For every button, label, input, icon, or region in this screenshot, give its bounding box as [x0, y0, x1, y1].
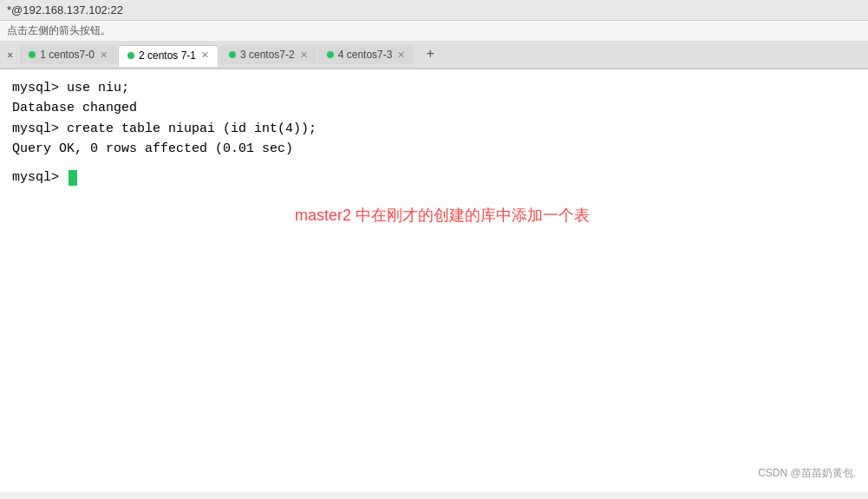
prompt-text: mysql> — [12, 167, 67, 187]
terminal-line-1: mysql> use niu; — [12, 78, 856, 98]
title-bar: *@192.168.137.102:22 — [0, 0, 868, 21]
tab-close-icon[interactable]: ✕ — [397, 49, 405, 61]
tab-close-icon[interactable]: ✕ — [300, 49, 308, 61]
tab-bar: ✕ 1 centos7-0 ✕ 2 centos 7-1 ✕ 3 centos7… — [0, 42, 868, 69]
tab-label: 3 centos7-2 — [240, 49, 295, 61]
tab-dot — [327, 51, 334, 58]
tab-label: 2 centos 7-1 — [139, 49, 196, 62]
annotation-text: master2 中在刚才的创建的库中添加一个表 — [295, 204, 590, 228]
tab-centos7-3[interactable]: 4 centos7-3 ✕ — [318, 45, 414, 64]
terminal-line-3: mysql> create table niupai (id int(4)); — [12, 119, 856, 139]
tab-close-icon[interactable]: ✕ — [201, 49, 209, 61]
tab-dot — [229, 51, 236, 58]
add-tab-button[interactable]: + — [419, 45, 441, 64]
tab-close-icon[interactable]: ✕ — [100, 49, 108, 61]
watermark-text: CSDN @苗苗奶黄包. — [758, 465, 856, 482]
terminal-prompt: mysql> — [12, 167, 856, 187]
tab-centos7-1[interactable]: 2 centos 7-1 ✕ — [118, 45, 219, 67]
tab-centos7-2[interactable]: 3 centos7-2 ✕ — [220, 45, 317, 64]
terminal-line-2: Database changed — [12, 98, 856, 118]
close-left-button[interactable]: ✕ — [3, 47, 16, 63]
hint-text: 点击左侧的箭头按钮。 — [7, 24, 111, 36]
tab-dot — [29, 51, 36, 58]
tab-centos7-0[interactable]: 1 centos7-0 ✕ — [20, 45, 116, 64]
terminal-area[interactable]: mysql> use niu; Database changed mysql> … — [0, 69, 868, 492]
cursor — [69, 170, 77, 186]
terminal-line-4: Query OK, 0 rows affected (0.01 sec) — [12, 139, 856, 159]
tab-dot — [127, 52, 134, 59]
tab-label: 4 centos7-3 — [338, 49, 393, 61]
hint-bar: 点击左侧的箭头按钮。 — [0, 21, 868, 42]
title-text: *@192.168.137.102:22 — [7, 3, 123, 16]
tab-label: 1 centos7-0 — [40, 49, 95, 61]
